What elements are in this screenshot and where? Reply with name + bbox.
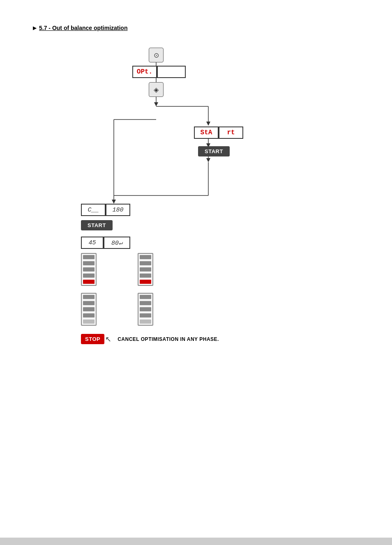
c-display-row: C__ 180 (81, 204, 130, 216)
bar-seg (83, 301, 95, 305)
val-row: 45 80↵ (81, 237, 130, 249)
c-lcd: C__ (81, 204, 106, 216)
flow-diagram: ⊙ OPt. ◈ StA rt START C__ 180 START (73, 48, 319, 384)
bar-seg (140, 274, 151, 278)
footer-bar (0, 538, 392, 545)
power-icon: ⊙ (154, 51, 159, 59)
bar-right-2 (138, 293, 153, 326)
bar-left-1 (81, 253, 97, 286)
bar-seg (83, 307, 95, 311)
rt-lcd: rt (219, 126, 243, 139)
svg-marker-5 (206, 122, 210, 126)
opt-empty-lcd (157, 66, 186, 78)
cancel-text: CANCEL OPTIMISATION IN ANY PHASE. (118, 336, 219, 342)
bar-seg-inactive (140, 320, 151, 324)
val-180-lcd: 180 (106, 204, 130, 216)
bar-seg (83, 261, 95, 265)
start-button-1[interactable]: START (198, 146, 230, 156)
bar-seg (140, 261, 151, 265)
bar-seg (140, 307, 151, 311)
bar-seg-inactive (83, 320, 95, 324)
bar-seg (83, 267, 95, 271)
bar-left-2 (81, 293, 97, 326)
start-button-2[interactable]: START (81, 220, 113, 230)
nav-icon: ◈ (154, 86, 159, 94)
bar-seg (83, 274, 95, 278)
stop-area: STOP ↖ CANCEL OPTIMISATION IN ANY PHASE. (81, 334, 219, 344)
bar-right-1 (138, 253, 153, 286)
nav-icon-box: ◈ (149, 82, 164, 97)
section-heading: 5.7 - Out of balance optimization (39, 25, 127, 31)
bar-seg (140, 295, 151, 299)
bar-indicators-row1 (81, 253, 153, 286)
bar-seg (140, 267, 151, 271)
svg-marker-2 (154, 102, 158, 106)
bar-seg-red (83, 280, 95, 284)
power-icon-box: ⊙ (149, 48, 164, 62)
svg-marker-15 (112, 200, 116, 204)
opt-lcd: OPt. (132, 66, 157, 78)
bar-indicators-row2 (81, 293, 153, 326)
val-80r-lcd: 80↵ (104, 237, 130, 249)
svg-marker-9 (206, 158, 210, 162)
bar-seg (83, 313, 95, 317)
bar-seg (140, 301, 151, 305)
sta-display-row: StA rt (194, 126, 243, 139)
sta-lcd: StA (194, 126, 219, 139)
bar-seg (140, 313, 151, 317)
bar-seg-red (140, 280, 151, 284)
bar-seg (83, 255, 95, 259)
cursor-icon: ↖ (105, 335, 111, 344)
bar-seg (83, 295, 95, 299)
bar-seg (140, 255, 151, 259)
val-45-lcd: 45 (81, 237, 104, 249)
bullet-icon: ▶ (33, 25, 37, 31)
section-title: ▶ 5.7 - Out of balance optimization (33, 25, 359, 31)
opt-display-row: OPt. (132, 66, 186, 78)
page-content: ▶ 5.7 - Out of balance optimization (0, 0, 392, 401)
stop-button[interactable]: STOP ↖ (81, 334, 111, 344)
